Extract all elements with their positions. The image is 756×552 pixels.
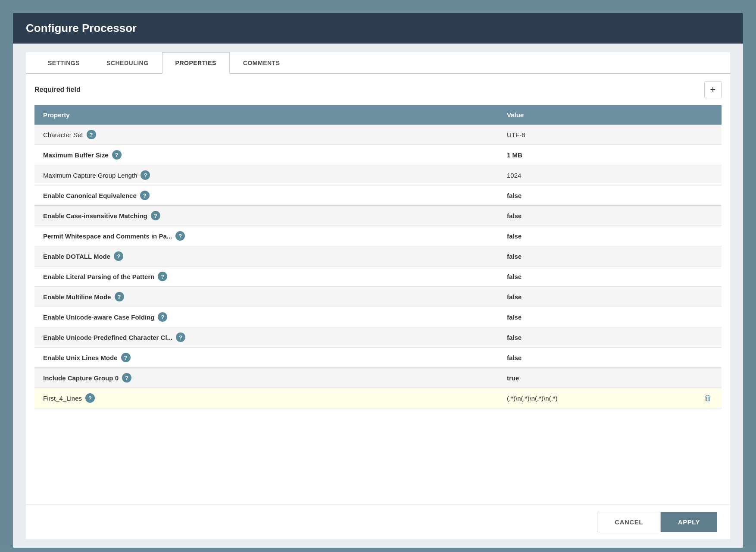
property-action-cell [696,348,722,368]
required-field-label: Required field [34,86,81,94]
tab-properties[interactable]: PROPERTIES [162,52,230,74]
property-action-cell [696,145,722,165]
help-icon[interactable]: ? [85,393,95,403]
property-name: First_4_Lines [43,395,82,402]
property-action-cell [696,267,722,287]
property-value-cell[interactable]: false [498,327,696,348]
property-name-cell: Permit Whitespace and Comments in Pa...? [34,226,498,246]
modal-title: Configure Processor [26,22,137,34]
help-icon[interactable]: ? [87,130,96,139]
property-action-cell [696,368,722,388]
help-icon[interactable]: ? [140,191,150,200]
table-row: Include Capture Group 0?true [34,368,722,388]
configure-processor-modal: Configure Processor SETTINGS SCHEDULING … [13,13,743,548]
property-name-cell: Character Set? [34,125,498,144]
property-value-cell[interactable]: false [498,246,696,267]
property-name-cell: Enable Unicode Predefined Character Cl..… [34,327,498,347]
property-value-cell[interactable]: UTF-8 [498,125,696,145]
tabs-container: SETTINGS SCHEDULING PROPERTIES COMMENTS [26,52,730,74]
property-action-cell [696,165,722,185]
property-name: Include Capture Group 0 [43,374,119,382]
table-row: Enable Canonical Equivalence?false [34,185,722,206]
delete-icon[interactable]: 🗑 [704,394,712,402]
help-icon[interactable]: ? [151,211,160,220]
tab-scheduling[interactable]: SCHEDULING [93,52,162,74]
property-name-cell: Enable Literal Parsing of the Pattern? [34,267,498,286]
property-name-cell: Include Capture Group 0? [34,368,498,388]
property-name: Enable Unix Lines Mode [43,354,118,361]
property-value-cell[interactable]: true [498,368,696,388]
property-value-cell[interactable]: 1024 [498,165,696,185]
cancel-button[interactable]: CANCEL [597,512,661,532]
property-value-cell[interactable]: false [498,185,696,206]
property-name: Permit Whitespace and Comments in Pa... [43,232,172,240]
property-value-cell[interactable]: false [498,348,696,368]
help-icon[interactable]: ? [112,150,122,160]
properties-table-wrapper: Property Value Character Set?UTF-8Maximu… [34,105,722,505]
table-row: Enable Unicode-aware Case Folding?false [34,307,722,327]
help-icon[interactable]: ? [175,231,185,241]
tab-comments[interactable]: COMMENTS [230,52,294,74]
property-name: Enable Canonical Equivalence [43,192,137,199]
property-name: Character Set [43,131,83,138]
property-name-cell: Enable Multiline Mode? [34,287,498,307]
table-row: Enable DOTALL Mode?false [34,246,722,267]
col-header-property: Property [34,105,498,125]
col-header-value: Value [498,105,696,125]
property-action-cell [696,125,722,145]
table-row: Enable Case-insensitive Matching?false [34,206,722,226]
property-name: Enable DOTALL Mode [43,253,110,260]
apply-button[interactable]: APPLY [661,512,717,532]
property-name: Enable Multiline Mode [43,293,111,301]
property-action-cell [696,327,722,348]
property-name-cell: Enable DOTALL Mode? [34,246,498,266]
modal-footer: CANCEL APPLY [26,505,730,539]
modal-header: Configure Processor [13,13,743,44]
property-name-cell: Enable Canonical Equivalence? [34,185,498,205]
property-name-cell: Enable Case-insensitive Matching? [34,206,498,226]
property-value-cell[interactable]: false [498,307,696,327]
help-icon[interactable]: ? [114,251,123,261]
properties-table: Property Value Character Set?UTF-8Maximu… [34,105,722,408]
help-icon[interactable]: ? [158,312,167,322]
help-icon[interactable]: ? [122,373,131,383]
property-value-cell[interactable]: false [498,287,696,307]
property-name: Enable Unicode Predefined Character Cl..… [43,334,172,341]
property-name: Enable Case-insensitive Matching [43,212,147,220]
add-property-button[interactable]: + [704,81,722,98]
required-field-bar: Required field + [26,74,730,105]
help-icon[interactable]: ? [115,292,124,301]
property-name: Enable Unicode-aware Case Folding [43,314,154,321]
property-action-cell [696,287,722,307]
help-icon[interactable]: ? [141,170,150,180]
table-row: Enable Unix Lines Mode?false [34,348,722,368]
property-value-cell[interactable]: false [498,267,696,287]
property-action-cell: 🗑 [696,388,722,408]
help-icon[interactable]: ? [121,353,131,362]
property-action-cell [696,185,722,206]
property-value-cell[interactable]: (.*)\n(.*)\n(.*)\n(.*) [498,388,696,408]
property-name-cell: Enable Unicode-aware Case Folding? [34,307,498,327]
property-action-cell [696,226,722,246]
table-row: Maximum Buffer Size?1 MB [34,145,722,165]
property-name-cell: Maximum Buffer Size? [34,145,498,165]
help-icon[interactable]: ? [176,332,185,342]
table-row: Maximum Capture Group Length?1024 [34,165,722,185]
table-row: Enable Multiline Mode?false [34,287,722,307]
property-name-cell: First_4_Lines? [34,388,498,408]
modal-body: SETTINGS SCHEDULING PROPERTIES COMMENTS … [26,52,730,539]
property-name: Maximum Capture Group Length [43,172,137,179]
help-icon[interactable]: ? [158,272,167,281]
property-value-cell[interactable]: false [498,226,696,246]
property-name-cell: Maximum Capture Group Length? [34,165,498,185]
property-name-cell: Enable Unix Lines Mode? [34,348,498,367]
table-row: Character Set?UTF-8 [34,125,722,145]
property-action-cell [696,246,722,267]
property-value-cell[interactable]: false [498,206,696,226]
table-row: Enable Unicode Predefined Character Cl..… [34,327,722,348]
tab-settings[interactable]: SETTINGS [34,52,93,74]
col-header-actions [696,105,722,125]
property-value-cell[interactable]: 1 MB [498,145,696,165]
table-row: First_4_Lines?(.*)\n(.*)\n(.*)\n(.*)🗑 [34,388,722,408]
property-action-cell [696,307,722,327]
